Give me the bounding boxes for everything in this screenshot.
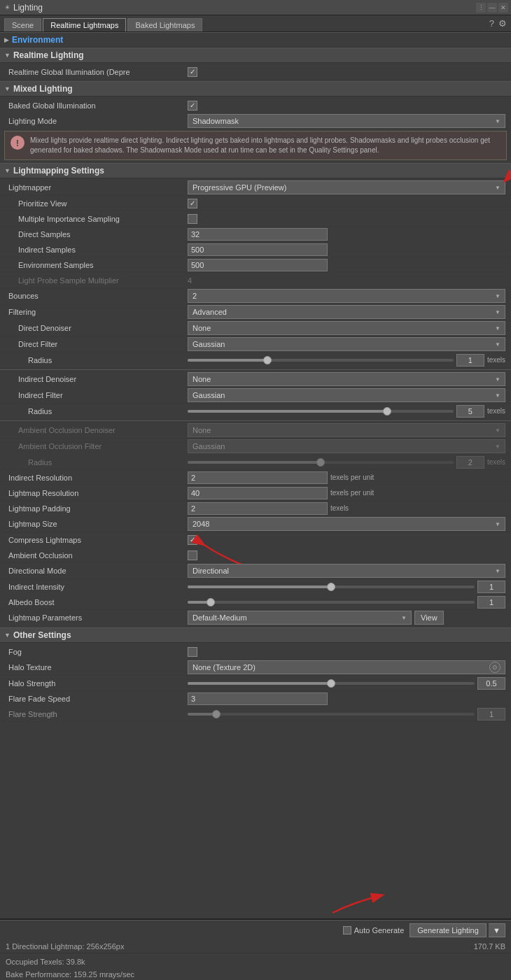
- lightmap-size-dropdown[interactable]: 2048 ▼: [188, 517, 505, 531]
- env-arrow-icon: ▶: [4, 36, 9, 43]
- ambient-occlusion-row: Ambient Occlusion: [0, 548, 511, 563]
- indirect-radius-thumb[interactable]: [383, 407, 391, 416]
- lighting-mode-label: Lighting Mode: [6, 117, 188, 125]
- tab-realtime-lightmaps[interactable]: Realtime Lightmaps: [43, 18, 126, 31]
- direct-samples-input[interactable]: [188, 228, 328, 241]
- mis-checkbox[interactable]: [188, 214, 197, 224]
- ao-filter-dropdown: Gaussian ▼: [188, 439, 505, 453]
- direct-denoiser-label: Direct Denoiser: [6, 324, 188, 332]
- ml-arrow-icon: ▼: [4, 85, 10, 92]
- indirect-resolution-label: Indirect Resolution: [6, 474, 188, 482]
- title-bar: ☀ Lighting ⋮ — ✕: [0, 0, 511, 15]
- lighting-mode-dropdown[interactable]: Shadowmask ▼: [188, 114, 505, 128]
- scroll-area[interactable]: ▶ Environment ▼ Realtime Lighting Realti…: [0, 32, 511, 918]
- close-button[interactable]: ✕: [498, 3, 508, 13]
- ao-radius-unit: texels: [487, 458, 505, 466]
- minimize-button[interactable]: —: [487, 3, 497, 13]
- tab-scene[interactable]: Scene: [4, 18, 41, 31]
- realtime-gi-label: Realtime Global Illumination (Depre: [6, 68, 188, 76]
- directional-mode-row: Directional Mode Directional ▼: [0, 563, 511, 579]
- lightmapper-dd-arrow: ▼: [495, 185, 500, 191]
- prioritize-view-row: Prioritize View: [0, 196, 511, 211]
- lightmapper-dropdown[interactable]: Progressive GPU (Preview) ▼: [188, 180, 505, 194]
- lightmap-params-view-button[interactable]: View: [414, 611, 444, 625]
- lightmap-resolution-input[interactable]: [188, 487, 328, 499]
- lightmap-info-row: 1 Directional Lightmap: 256x256px 170.7 …: [0, 940, 511, 953]
- filtering-label: Filtering: [6, 308, 188, 316]
- section-realtime-lighting[interactable]: ▼ Realtime Lighting: [0, 48, 511, 63]
- albedo-boost-thumb[interactable]: [206, 598, 215, 606]
- filtering-dd-arrow: ▼: [495, 309, 500, 315]
- section-other-settings[interactable]: ▼ Other Settings: [0, 627, 511, 643]
- albedo-boost-row: Albedo Boost 1: [0, 595, 511, 610]
- realtime-gi-checkbox[interactable]: [188, 67, 197, 77]
- ao-filter-row: Ambient Occlusion Filter Gaussian ▼: [0, 439, 511, 455]
- lightmap-size-label: Lightmap Size: [6, 520, 188, 528]
- direct-denoiser-dropdown[interactable]: None ▼: [188, 321, 505, 335]
- lightmap-params-label: Lightmap Parameters: [6, 613, 188, 622]
- indirect-samples-input[interactable]: [188, 243, 328, 256]
- flare-strength-thumb[interactable]: [212, 710, 220, 718]
- generate-lighting-button[interactable]: Generate Lighting: [410, 923, 486, 937]
- direct-radius-thumb[interactable]: [263, 356, 272, 364]
- bounces-dropdown[interactable]: 2 ▼: [188, 289, 505, 303]
- section-mixed-lighting[interactable]: ▼ Mixed Lighting: [0, 81, 511, 97]
- ao-radius-value: 2: [456, 456, 484, 469]
- auto-generate-checkbox[interactable]: [343, 926, 351, 935]
- prioritize-view-checkbox[interactable]: [188, 199, 197, 208]
- fog-label: Fog: [6, 648, 188, 656]
- direct-radius-label: Radius: [6, 356, 188, 364]
- bounces-dd-arrow: ▼: [495, 293, 500, 299]
- stats-details: Occupied Texels: 39.8k Bake Performance:…: [0, 953, 511, 980]
- ao-radius-thumb: [316, 458, 325, 467]
- baked-gi-row: Baked Global Illumination: [0, 98, 511, 113]
- flare-fade-speed-input[interactable]: [188, 693, 328, 705]
- indirect-filter-label: Indirect Filter: [6, 391, 188, 399]
- compress-lightmaps-checkbox[interactable]: [188, 535, 197, 545]
- indirect-resolution-input[interactable]: [188, 471, 328, 484]
- prioritize-view-label: Prioritize View: [6, 199, 188, 208]
- direct-filter-dropdown[interactable]: Gaussian ▼: [188, 337, 505, 351]
- lightmap-params-dropdown[interactable]: Default-Medium ▼: [188, 611, 412, 625]
- env-samples-label: Environment Samples: [6, 261, 188, 269]
- filtering-dropdown[interactable]: Advanced ▼: [188, 305, 505, 319]
- albedo-boost-value: 1: [477, 596, 505, 609]
- section-environment[interactable]: ▶ Environment: [0, 32, 511, 48]
- halo-texture-circle-icon[interactable]: ⊙: [489, 662, 500, 673]
- indirect-denoiser-dropdown[interactable]: None ▼: [188, 372, 505, 386]
- halo-texture-field[interactable]: None (Texture 2D) ⊙: [188, 660, 505, 674]
- direct-radius-unit: texels: [487, 356, 505, 364]
- auto-generate-label: Auto Generate: [354, 926, 405, 935]
- lightmap-padding-label: Lightmap Padding: [6, 504, 188, 513]
- section-lightmapping[interactable]: ▼ Lightmapping Settings: [0, 163, 511, 178]
- lightmap-padding-input[interactable]: [188, 502, 328, 515]
- halo-texture-label: Halo Texture: [6, 663, 188, 672]
- halo-strength-thumb[interactable]: [327, 679, 335, 688]
- stat-occupied-texels: Occupied Texels: 39.8k: [6, 956, 505, 969]
- directional-mode-dd-arrow: ▼: [495, 568, 500, 574]
- indirect-intensity-thumb[interactable]: [327, 583, 335, 591]
- ao-denoiser-dropdown: None ▼: [188, 423, 505, 437]
- halo-strength-row: Halo Strength 0.5: [0, 676, 511, 691]
- indirect-radius-value: 5: [456, 405, 484, 418]
- lpsm-value: 4: [188, 276, 192, 285]
- directional-mode-dropdown[interactable]: Directional ▼: [188, 564, 505, 578]
- compress-lightmaps-row: Compress Lightmaps: [0, 532, 511, 548]
- bounces-row: Bounces 2 ▼: [0, 288, 511, 304]
- help-icon[interactable]: ?: [489, 18, 494, 29]
- generate-lighting-dropdown-button[interactable]: ▼: [489, 923, 505, 937]
- ambient-occlusion-checkbox[interactable]: [188, 551, 197, 560]
- env-samples-input[interactable]: [188, 259, 328, 271]
- menu-button[interactable]: ⋮: [476, 3, 486, 13]
- halo-strength-label: Halo Strength: [6, 679, 188, 688]
- indirect-filter-dropdown[interactable]: Gaussian ▼: [188, 388, 505, 402]
- lighting-mode-dd-arrow: ▼: [495, 118, 500, 125]
- indirect-resolution-row: Indirect Resolution texels per unit: [0, 470, 511, 485]
- indirect-denoiser-dd-arrow: ▼: [495, 376, 500, 383]
- info-box: ! Mixed lights provide realtime direct l…: [4, 131, 507, 160]
- baked-gi-checkbox[interactable]: [188, 101, 197, 111]
- tab-baked-lightmaps[interactable]: Baked Lightmaps: [127, 18, 202, 31]
- settings-icon[interactable]: ⚙: [498, 18, 507, 29]
- ml-label: Mixed Lighting: [13, 84, 73, 94]
- fog-checkbox[interactable]: [188, 647, 197, 657]
